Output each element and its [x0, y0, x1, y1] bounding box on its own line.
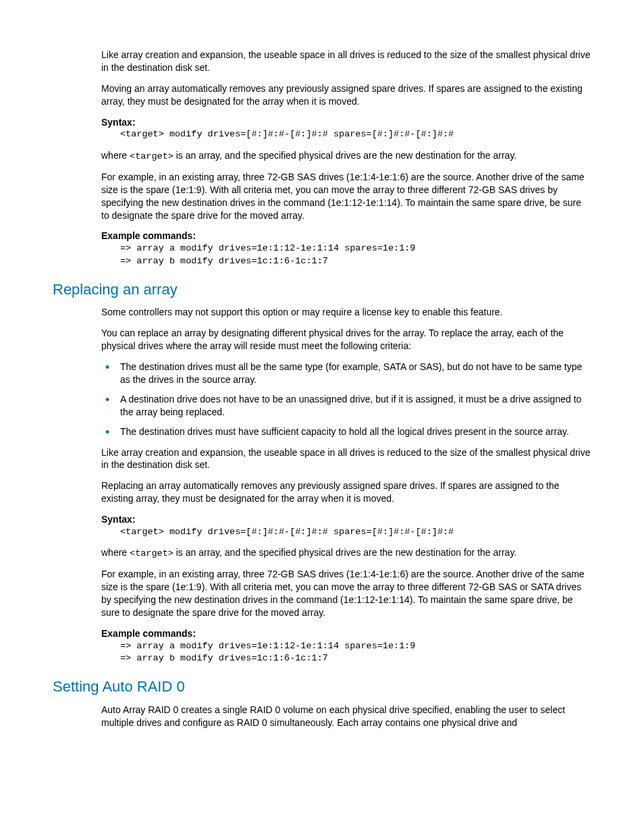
- syntax-code: <target> modify drives=[#:]#:#-[#:]#:# s…: [120, 128, 591, 140]
- where-line: where <target> is an array, and the spec…: [101, 546, 591, 560]
- paragraph: Some controllers may not support this op…: [101, 306, 591, 319]
- where-line: where <target> is an array, and the spec…: [101, 149, 591, 163]
- heading-auto-raid-0: Setting Auto RAID 0: [53, 677, 591, 697]
- paragraph: Auto Array RAID 0 creates a single RAID …: [101, 704, 591, 729]
- paragraph: You can replace an array by designating …: [101, 327, 591, 353]
- syntax-label: Syntax:: [101, 513, 591, 526]
- paragraph: Like array creation and expansion, the u…: [101, 49, 591, 74]
- paragraph: For example, in an existing array, three…: [101, 171, 591, 222]
- list-item: A destination drive does not have to be …: [101, 393, 591, 419]
- syntax-label: Syntax:: [101, 116, 591, 129]
- inline-code: <target>: [130, 151, 173, 161]
- section-auto-raid-0: Auto Array RAID 0 creates a single RAID …: [101, 704, 591, 729]
- example-code: => array a modify drives=1e:1:12-1e:1:14…: [120, 640, 591, 664]
- syntax-code: <target> modify drives=[#:]#:#-[#:]#:# s…: [120, 526, 591, 538]
- list-item: The destination drives must all be the s…: [101, 361, 591, 386]
- example-commands-label: Example commands:: [101, 230, 591, 242]
- section-replacing-array: Some controllers may not support this op…: [101, 306, 591, 664]
- list-item: The destination drives must have suffici…: [101, 425, 591, 438]
- criteria-list: The destination drives must all be the s…: [101, 361, 591, 438]
- example-code: => array a modify drives=1e:1:12-1e:1:14…: [120, 242, 591, 267]
- example-commands-label: Example commands:: [101, 627, 591, 640]
- paragraph: For example, in an existing array, three…: [101, 568, 591, 619]
- paragraph: Like array creation and expansion, the u…: [101, 446, 591, 472]
- paragraph: Replacing an array automatically removes…: [101, 479, 591, 505]
- paragraph: Moving an array automatically removes an…: [101, 82, 591, 108]
- heading-replacing-array: Replacing an array: [53, 280, 591, 300]
- inline-code: <target>: [130, 548, 173, 558]
- section-moving-array-cont: Like array creation and expansion, the u…: [101, 49, 591, 267]
